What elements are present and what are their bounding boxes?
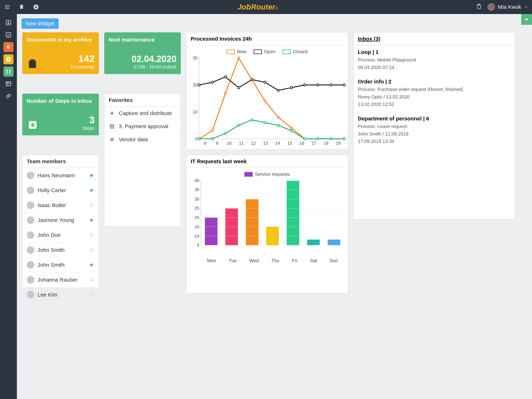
svg-point-31: [343, 84, 345, 86]
team-member[interactable]: John Doe: [22, 228, 99, 242]
inbox-item-title: Department of personnel | 6: [358, 116, 511, 122]
tile-title: Next maintenance: [108, 37, 177, 43]
svg-point-10: [224, 92, 227, 94]
inbox-title[interactable]: Inbox (3): [354, 32, 515, 45]
sidebar-rail: [0, 14, 17, 399]
member-name: Johanna Rauber: [38, 277, 77, 283]
avatar: [27, 291, 34, 298]
favorite-icon: [109, 136, 115, 143]
card-line-chart: Processed Invoices 24h NewOpenClosed 010…: [186, 32, 348, 150]
inbox-item-line: Romy Opitz / 13.02.2020: [358, 93, 511, 101]
svg-point-26: [277, 89, 279, 91]
add-widget-corner[interactable]: [521, 14, 532, 25]
member-name: Lee Kim: [38, 292, 57, 298]
avatar: [27, 276, 34, 284]
card-bar-chart: IT Requests last week Service requests 5…: [186, 155, 348, 293]
status-dot-icon: [90, 293, 93, 296]
rail-item-contacts[interactable]: [3, 54, 13, 64]
rail-item-table[interactable]: [3, 79, 13, 89]
member-name: John Smith: [38, 262, 64, 268]
favorite-label: Vendor data: [119, 136, 148, 143]
bookmark-icon[interactable]: [18, 3, 25, 11]
inbox-item-line: Process: Purchase order request (Recert,…: [358, 86, 511, 93]
new-widget-button[interactable]: New Widget: [22, 18, 59, 29]
rail-item-finance[interactable]: [3, 42, 13, 52]
svg-point-22: [224, 76, 227, 78]
team-member[interactable]: Isaac Butler: [22, 198, 99, 213]
status-dot-icon: [90, 279, 93, 281]
status-dot-icon: [90, 249, 93, 251]
bar[interactable]: [307, 240, 320, 245]
status-dot-icon: [90, 204, 93, 207]
tile-archive[interactable]: Documents in my archive 142 Documents: [22, 32, 99, 74]
member-name: Isaac Butler: [38, 202, 66, 208]
card-title: IT Requests last week: [186, 155, 348, 168]
rail-item-link[interactable]: [3, 91, 13, 101]
inbox-item-line: 17.09.2019 13:34: [358, 138, 511, 145]
bar[interactable]: [205, 217, 217, 245]
card-favorites: Favorites Capture and distribute3. Payme…: [104, 94, 181, 227]
app-logo: JobRouter®: [39, 3, 476, 11]
svg-point-24: [251, 79, 253, 81]
inbox-download-icon: [27, 119, 38, 131]
svg-point-27: [290, 87, 292, 89]
rail-item-code[interactable]: [3, 66, 13, 76]
bar[interactable]: [287, 181, 299, 245]
avatar: [27, 261, 34, 269]
tile-maintenance[interactable]: Next maintenance 02.04.2020 17:00 - 20:0…: [104, 32, 181, 74]
team-member[interactable]: Hans Neumann: [22, 168, 99, 183]
rail-item-inbox[interactable]: [3, 18, 13, 28]
status-dot-icon: [90, 264, 93, 266]
status-dot-icon: [90, 234, 93, 236]
line-legend: NewOpenClosed: [190, 49, 344, 54]
svg-point-43: [343, 138, 345, 140]
svg-point-28: [304, 84, 306, 86]
card-title: Favorites: [104, 94, 181, 107]
inbox-item[interactable]: Loop | 1Process: Mobile Playground09.03.…: [354, 45, 515, 75]
inbox-item-line: Process: Mobile Playground: [358, 56, 511, 64]
add-circle-icon[interactable]: [32, 3, 39, 11]
avatar: [27, 172, 34, 179]
team-member[interactable]: John Smith: [22, 257, 99, 272]
team-member[interactable]: Jasmine Young: [22, 213, 99, 228]
svg-point-30: [330, 84, 332, 86]
svg-point-21: [211, 81, 213, 83]
tile-steps[interactable]: Number of Steps in Inbox 3 Steps: [22, 94, 99, 135]
team-member[interactable]: Holly Carter: [22, 183, 99, 198]
inbox-item[interactable]: Department of personnel | 6Process: Leav…: [354, 112, 515, 149]
svg-point-9: [211, 130, 213, 132]
member-name: Jasmine Young: [38, 217, 74, 223]
svg-point-20: [198, 84, 200, 86]
avatar: [27, 246, 34, 254]
favorite-item[interactable]: Vendor data: [104, 133, 181, 146]
card-inbox: Inbox (3) Loop | 1Process: Mobile Playgr…: [353, 32, 515, 219]
favorite-label: 3. Payment approval: [119, 123, 168, 129]
inbox-item[interactable]: Order info | 2Process: Purchase order re…: [354, 75, 515, 112]
svg-point-13: [264, 100, 266, 102]
team-member[interactable]: Johanna Rauber: [22, 272, 99, 287]
bar[interactable]: [328, 240, 340, 245]
status-dot-icon: [90, 189, 93, 192]
favorite-item[interactable]: 3. Payment approval: [104, 120, 181, 133]
menu-icon[interactable]: [4, 3, 11, 11]
dashboard-main: New Widget Documents in my archive 142 D…: [17, 14, 532, 399]
svg-point-42: [330, 138, 332, 140]
bar[interactable]: [246, 199, 259, 245]
clipboard-icon[interactable]: [476, 4, 482, 10]
documents-icon: [27, 58, 38, 69]
card-title: Processed Invoices 24h: [186, 32, 348, 45]
svg-point-41: [317, 138, 319, 140]
team-member[interactable]: Lee Kim: [22, 287, 99, 302]
inbox-item-line: 13.02.2020 12:52: [358, 101, 511, 108]
avatar: [27, 216, 34, 224]
user-menu[interactable]: Mia Kwok: [488, 3, 528, 11]
team-member[interactable]: John Smith: [22, 242, 99, 257]
svg-point-6: [8, 58, 9, 59]
svg-point-23: [238, 87, 240, 89]
rail-item-tasks[interactable]: [3, 30, 13, 40]
bar-legend: Service requests: [190, 171, 344, 177]
status-dot-icon: [90, 219, 93, 222]
svg-point-32: [198, 138, 200, 140]
favorite-item[interactable]: Capture and distribute: [104, 107, 181, 120]
avatar: [27, 187, 34, 194]
